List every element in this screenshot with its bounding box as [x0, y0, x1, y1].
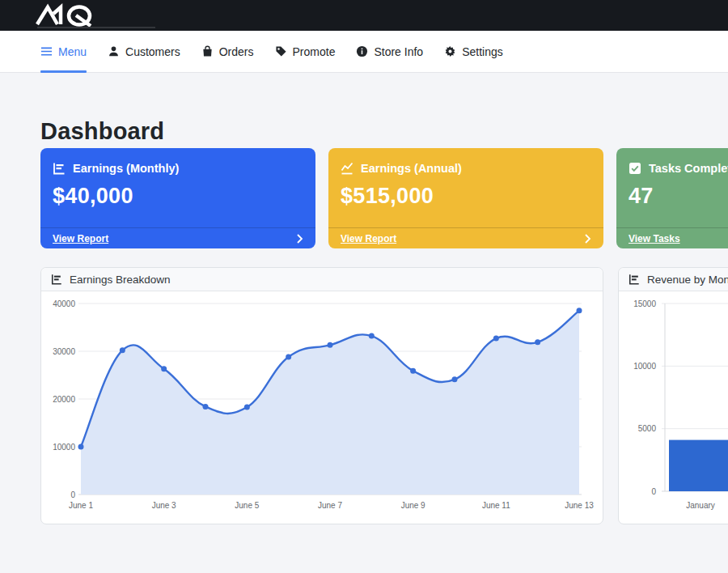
shopping-bag-icon: [201, 45, 214, 57]
nav-item-customers[interactable]: Customers: [108, 31, 180, 72]
svg-text:June 7: June 7: [318, 501, 342, 510]
revenue-by-month-chart: 050001000015000January: [619, 291, 728, 524]
view-report-link[interactable]: View Report: [53, 233, 108, 244]
info-circle-icon: [356, 45, 368, 57]
stat-card-title: Tasks Completed: [649, 162, 728, 175]
revenue-by-month-card: Revenue by Month 050001000015000January: [618, 267, 728, 524]
chart-title: Revenue by Month: [647, 274, 728, 286]
earnings-breakdown-chart: 010000200003000040000June 1June 3June 5J…: [41, 291, 603, 524]
page-title: Dashboard: [40, 118, 164, 145]
view-tasks-link[interactable]: View Tasks: [629, 233, 680, 244]
chart-card-header: Earnings Breakdown: [41, 268, 603, 291]
nav-item-menu[interactable]: Menu: [40, 31, 87, 72]
stat-card-footer: View Report: [328, 227, 603, 248]
svg-text:10000: 10000: [53, 443, 75, 452]
svg-text:30000: 30000: [53, 347, 75, 356]
stat-card-value: $40,000: [40, 175, 315, 209]
stat-card-header: Earnings (Monthly): [40, 148, 315, 175]
stat-card-earnings-annual: Earnings (Annual) $515,000 View Report: [328, 148, 603, 248]
nav-item-store-info[interactable]: Store Info: [356, 31, 423, 72]
chart-title: Earnings Breakdown: [70, 274, 171, 286]
logo-underline: [37, 27, 155, 28]
chevron-right-icon[interactable]: [296, 234, 303, 244]
stat-card-value: $515,000: [328, 175, 603, 209]
bar-chart-icon: [51, 274, 62, 285]
main-navbar: Menu Customers Orders Promote: [0, 31, 728, 73]
svg-text:0: 0: [651, 487, 656, 496]
hamburger-icon: [40, 45, 53, 57]
svg-text:15000: 15000: [633, 299, 656, 308]
stat-cards-row: Earnings (Monthly) $40,000 View Report E…: [40, 148, 728, 248]
nav-label: Menu: [58, 45, 87, 58]
svg-text:5000: 5000: [638, 424, 657, 433]
top-app-bar: [0, 0, 728, 31]
stat-card-header: Tasks Completed: [616, 148, 728, 175]
nav-label: Orders: [219, 45, 254, 58]
nav-item-orders[interactable]: Orders: [201, 31, 254, 72]
stat-card-tasks-completed: Tasks Completed 47 View Tasks: [616, 148, 728, 248]
bar-chart-icon: [53, 162, 66, 175]
svg-text:0: 0: [70, 490, 75, 499]
svg-text:June 13: June 13: [565, 501, 594, 510]
bar-chart-icon: [629, 274, 640, 285]
aq-logo-icon: [34, 3, 112, 28]
svg-text:June 9: June 9: [401, 501, 425, 510]
stat-card-title: Earnings (Monthly): [73, 162, 179, 175]
chevron-right-icon[interactable]: [584, 234, 591, 244]
gear-icon: [444, 45, 456, 57]
dashboard-screen: Menu Customers Orders Promote: [0, 0, 728, 573]
svg-text:10000: 10000: [633, 362, 656, 371]
stat-card-footer: View Tasks: [616, 227, 728, 248]
svg-text:June 1: June 1: [69, 501, 93, 510]
svg-text:January: January: [686, 501, 715, 510]
earnings-breakdown-card: Earnings Breakdown 010000200003000040000…: [40, 267, 603, 524]
nav-item-settings[interactable]: Settings: [444, 31, 503, 72]
nav-label: Settings: [462, 45, 503, 58]
line-chart-icon: [341, 162, 353, 175]
stat-card-header: Earnings (Annual): [328, 148, 603, 175]
nav-label: Store Info: [374, 45, 423, 58]
person-icon: [108, 45, 120, 57]
stat-card-earnings-monthly: Earnings (Monthly) $40,000 View Report: [40, 148, 315, 248]
check-square-icon: [629, 162, 641, 175]
stat-card-title: Earnings (Annual): [361, 162, 462, 175]
tag-icon: [275, 45, 287, 57]
nav-label: Customers: [125, 45, 180, 58]
stat-card-value: 47: [616, 175, 728, 209]
nav-item-promote[interactable]: Promote: [275, 31, 336, 72]
nav-label: Promote: [293, 45, 336, 58]
svg-text:40000: 40000: [53, 299, 75, 308]
active-tab-underline: [40, 70, 87, 73]
stat-card-footer: View Report: [40, 227, 315, 248]
svg-text:June 3: June 3: [152, 501, 176, 510]
svg-text:June 5: June 5: [235, 501, 259, 510]
svg-text:June 11: June 11: [482, 501, 510, 510]
view-report-link[interactable]: View Report: [341, 233, 396, 244]
svg-text:20000: 20000: [53, 395, 75, 404]
chart-card-header: Revenue by Month: [619, 268, 728, 291]
